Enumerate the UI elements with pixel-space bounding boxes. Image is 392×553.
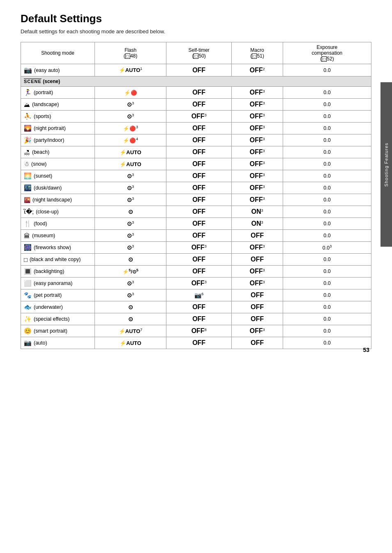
col-header-exposure: Exposurecompensation(□52) bbox=[283, 42, 371, 64]
table-row-flash: ⊙3 bbox=[95, 170, 166, 182]
table-row-timer: OFF3 bbox=[166, 111, 232, 123]
table-row-timer: OFF bbox=[166, 134, 232, 146]
table-row-mode: 🏛(museum) bbox=[21, 230, 95, 242]
table-row-mode: 🐾(pet portrait) bbox=[21, 289, 95, 301]
table-row-mode: 🎉(party/indoor) bbox=[21, 134, 95, 146]
table-row-mode: 🌅(sunset) bbox=[21, 170, 95, 182]
table-row-exp: 0.0 bbox=[283, 146, 371, 158]
table-row-flash: ⊙3 bbox=[95, 111, 166, 123]
table-row-mode: ⛹(sports) bbox=[21, 111, 95, 123]
table-row-mode: 🔳(backlighting) bbox=[21, 266, 95, 278]
table-row-macro: OFF3 bbox=[232, 123, 283, 134]
table-row-flash: ⚡AUTO bbox=[95, 158, 166, 170]
table-row-macro: OFF bbox=[232, 313, 283, 325]
table-row-exp: 0.0 bbox=[283, 206, 371, 218]
table-row-exp: 0.0 bbox=[283, 254, 371, 266]
table-row-macro: OFF3 bbox=[232, 266, 283, 278]
table-row-macro: OFF3 bbox=[232, 278, 283, 289]
table-row-flash: ⚡AUTO bbox=[95, 146, 166, 158]
table-row-exp: 0.0 bbox=[283, 158, 371, 170]
table-row-exp: 0.0 bbox=[283, 87, 371, 99]
table-row-macro: OFF3 bbox=[232, 99, 283, 111]
table-row-timer: OFF bbox=[166, 170, 232, 182]
table-row-exp: 0.0 bbox=[283, 337, 371, 349]
table-row-mode: ἳ�;(close-up) bbox=[21, 206, 95, 218]
table-row-flash: ⊙3 bbox=[95, 182, 166, 194]
settings-table: Shooting mode Flash(□48) Self-timer(□50)… bbox=[21, 42, 371, 349]
sidebar-label: Shooting Features bbox=[384, 143, 389, 187]
table-row-macro: OFF3 bbox=[232, 194, 283, 206]
table-row-exp: 0.0 bbox=[283, 182, 371, 194]
table-row-macro: OFF3 bbox=[232, 134, 283, 146]
table-row-flash: ⊙3 bbox=[95, 242, 166, 254]
table-row-exp: 0.0 bbox=[283, 123, 371, 134]
table-row-flash: ⊙3 bbox=[95, 218, 166, 230]
table-row-flash: ⊙ bbox=[95, 254, 166, 266]
table-row-mode: 🎆(fireworks show) bbox=[21, 242, 95, 254]
table-row-flash: ⚡5/⊙5 bbox=[95, 266, 166, 278]
table-row-mode: ⬜(easy panorama) bbox=[21, 278, 95, 289]
table-row-timer: OFF bbox=[166, 230, 232, 242]
table-row-mode: 🌄(night portrait) bbox=[21, 123, 95, 134]
table-row-mode: □(black and white copy) bbox=[21, 254, 95, 266]
table-row-mode: ✨(special effects) bbox=[21, 313, 95, 325]
col-header-selftimer: Self-timer(□50) bbox=[166, 42, 232, 64]
table-row-timer: OFF8 bbox=[166, 325, 232, 337]
table-row-macro: OFF3 bbox=[232, 182, 283, 194]
table-row-flash: ⊙3 bbox=[95, 278, 166, 289]
table-row-exp: 0.0 bbox=[283, 194, 371, 206]
table-row-timer: OFF bbox=[166, 194, 232, 206]
page-subtitle: Default settings for each shooting mode … bbox=[21, 28, 371, 35]
table-row-macro: OFF3 bbox=[232, 158, 283, 170]
table-row-timer: OFF bbox=[166, 146, 232, 158]
table-row-flash: ⊙3 bbox=[95, 194, 166, 206]
table-row-timer: OFF bbox=[166, 87, 232, 99]
table-row-macro: OFF3 bbox=[232, 111, 283, 123]
table-row-timer: OFF bbox=[166, 301, 232, 313]
table-row-mode: 🏃‍♀️(portrait) bbox=[21, 87, 95, 99]
table-row-macro: OFF3 bbox=[232, 87, 283, 99]
table-row-timer: OFF bbox=[166, 266, 232, 278]
col-header-flash: Flash(□48) bbox=[95, 42, 166, 64]
table-row-timer: 📷6 bbox=[166, 289, 232, 301]
table-row-macro: OFF3 bbox=[232, 146, 283, 158]
table-row-timer: OFF bbox=[166, 313, 232, 325]
table-row-flash: ⊙3 bbox=[95, 99, 166, 111]
table-row-exp: 0.0 bbox=[283, 64, 371, 76]
table-row-timer: OFF bbox=[166, 99, 232, 111]
page-title: Default Settings bbox=[21, 12, 371, 25]
table-row-flash: ⚡AUTO7 bbox=[95, 325, 166, 337]
table-row-flash: ⊙3 bbox=[95, 230, 166, 242]
table-row-timer: OFF bbox=[166, 206, 232, 218]
table-row-macro: OFF bbox=[232, 254, 283, 266]
table-row-mode: ⛰(landscape) bbox=[21, 99, 95, 111]
table-row-timer: OFF bbox=[166, 182, 232, 194]
table-row-mode: 🍴(food) bbox=[21, 218, 95, 230]
table-row-macro: OFF bbox=[232, 289, 283, 301]
table-row-timer: OFF bbox=[166, 337, 232, 349]
table-row-exp: 0.0 bbox=[283, 278, 371, 289]
table-row-macro: OFF3 bbox=[232, 325, 283, 337]
table-row-macro: OFF2 bbox=[232, 64, 283, 76]
table-row-exp: 0.0 bbox=[283, 134, 371, 146]
table-row-exp: 0.03 bbox=[283, 242, 371, 254]
table-row-mode: ☃(snow) bbox=[21, 158, 95, 170]
table-row-exp: 0.0 bbox=[283, 99, 371, 111]
table-row-mode: 📷(auto) bbox=[21, 337, 95, 349]
table-row-macro: OFF3 bbox=[232, 242, 283, 254]
table-row-flash: ⊙ bbox=[95, 206, 166, 218]
table-row-macro: OFF bbox=[232, 337, 283, 349]
table-row-timer: OFF bbox=[166, 64, 232, 76]
table-row-mode: 🐟(underwater) bbox=[21, 301, 95, 313]
col-header-macro: Macro(□51) bbox=[232, 42, 283, 64]
section-header: SCENE (scene) bbox=[21, 76, 371, 87]
table-row-timer: OFF3 bbox=[166, 242, 232, 254]
table-row-timer: OFF bbox=[166, 254, 232, 266]
table-row-mode: 🌃(dusk/dawn) bbox=[21, 182, 95, 194]
table-row-exp: 0.0 bbox=[283, 313, 371, 325]
table-row-timer: OFF bbox=[166, 218, 232, 230]
table-row-flash: ⚡🔴4 bbox=[95, 134, 166, 146]
table-row-exp: 0.0 bbox=[283, 289, 371, 301]
right-sidebar: Shooting Features bbox=[380, 82, 392, 247]
table-row-macro: ON3 bbox=[232, 206, 283, 218]
